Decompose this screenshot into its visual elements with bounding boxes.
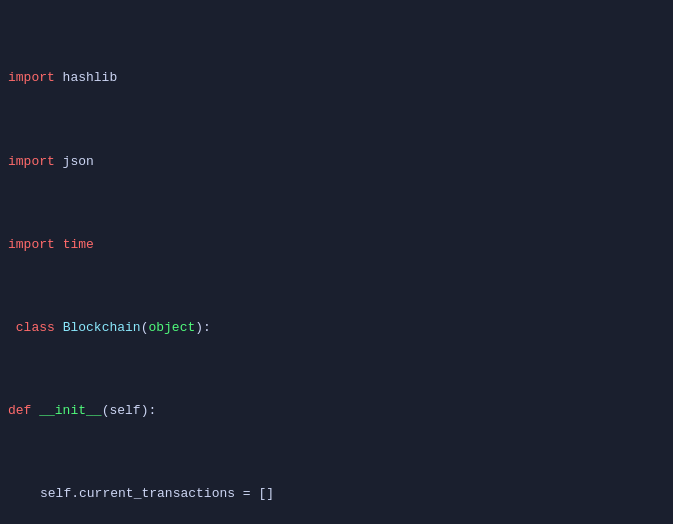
line-2: import json bbox=[0, 152, 673, 173]
line-1: import hashlib bbox=[0, 68, 673, 89]
line-5: def __init__(self): bbox=[0, 401, 673, 422]
kw-class: class bbox=[16, 318, 55, 339]
kw-import2: import bbox=[8, 152, 55, 173]
line-3: import time bbox=[0, 235, 673, 256]
line-6: self.current_transactions = [] bbox=[0, 484, 673, 505]
code-editor: import hashlib import json import time c… bbox=[0, 0, 673, 524]
kw-import: import bbox=[8, 68, 55, 89]
kw-import3: import bbox=[8, 235, 55, 256]
line-4: class Blockchain(object): bbox=[0, 318, 673, 339]
